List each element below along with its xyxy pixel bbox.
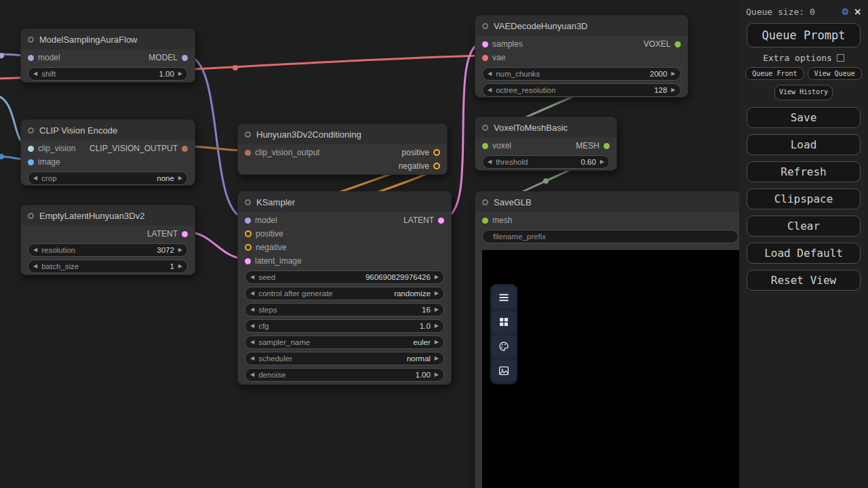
node-header[interactable]: VoxelToMeshBasic	[475, 117, 616, 138]
widget-crop[interactable]: ◀ crop none ▶	[28, 171, 188, 185]
decrement-arrow-icon[interactable]: ◀	[250, 274, 254, 280]
increment-arrow-icon[interactable]: ▶	[435, 356, 439, 361]
close-icon[interactable]: ×	[854, 5, 861, 18]
decrement-arrow-icon[interactable]: ◀	[250, 372, 254, 378]
decrement-arrow-icon[interactable]: ◀	[33, 264, 37, 269]
increment-arrow-icon[interactable]: ▶	[178, 247, 182, 253]
widget-denoise[interactable]: ◀ denoise 1.00 ▶	[245, 368, 444, 382]
increment-arrow-icon[interactable]: ▶	[178, 71, 182, 77]
input-slot-latent-image[interactable]: latent_image	[238, 254, 302, 268]
node-header[interactable]: SaveGLB	[475, 192, 745, 212]
increment-arrow-icon[interactable]: ▶	[435, 307, 439, 312]
slot-dot[interactable]	[675, 41, 681, 47]
widget-seed[interactable]: ◀ seed 960690829976426 ▶	[245, 270, 444, 284]
node-header[interactable]: ModelSamplingAuraFlow	[21, 29, 195, 49]
decrement-arrow-icon[interactable]: ◀	[33, 247, 37, 253]
input-slot-samples[interactable]: samples	[475, 37, 523, 51]
queue-prompt-button[interactable]: Queue Prompt	[747, 23, 861, 47]
slot-dot[interactable]	[182, 55, 188, 61]
slot-dot[interactable]	[182, 146, 188, 152]
decrement-arrow-icon[interactable]: ◀	[250, 340, 254, 345]
slot-dot[interactable]	[604, 143, 610, 149]
widget-steps[interactable]: ◀ steps 16 ▶	[245, 303, 444, 317]
output-slot-latent[interactable]: LATENT	[403, 214, 451, 227]
slot-dot[interactable]	[245, 150, 251, 156]
slot-dot[interactable]	[482, 218, 488, 224]
load-button[interactable]: Load	[747, 134, 861, 155]
input-slot-negative[interactable]: negative	[238, 241, 286, 254]
widget-sampler-name[interactable]: ◀ sampler_name euler ▶	[245, 336, 444, 349]
increment-arrow-icon[interactable]: ▶	[671, 71, 675, 77]
slot-dot[interactable]	[245, 230, 252, 237]
increment-arrow-icon[interactable]: ▶	[435, 340, 439, 345]
increment-arrow-icon[interactable]: ▶	[178, 264, 182, 269]
input-slot-model[interactable]: model	[21, 51, 60, 64]
clear-button[interactable]: Clear	[747, 216, 861, 237]
node-emptylatenthunyuan3dv2[interactable]: EmptyLatentHunyuan3Dv2 LATENT ◀ resoluti…	[20, 205, 195, 275]
node-saveglb[interactable]: SaveGLB mesh filename_prefix	[475, 191, 746, 488]
increment-arrow-icon[interactable]: ▶	[178, 176, 182, 181]
decrement-arrow-icon[interactable]: ◀	[488, 87, 492, 93]
decrement-arrow-icon[interactable]: ◀	[33, 71, 37, 77]
slot-dot[interactable]	[182, 231, 188, 237]
output-slot-positive[interactable]: positive	[401, 146, 447, 159]
viewer-image-button[interactable]	[492, 359, 515, 382]
slot-dot[interactable]	[482, 55, 488, 61]
slot-dot[interactable]	[245, 218, 251, 224]
input-slot-image[interactable]: image	[21, 155, 60, 169]
widget-shift[interactable]: ◀ shift 1.00 ▶	[28, 67, 188, 81]
output-slot-voxel[interactable]: VOXEL	[644, 37, 688, 51]
slot-dot[interactable]	[28, 146, 34, 152]
slot-dot[interactable]	[433, 149, 440, 156]
slot-dot[interactable]	[433, 163, 440, 169]
node-header[interactable]: KSampler	[238, 192, 451, 212]
input-slot-model[interactable]: model	[238, 214, 277, 227]
widget-num-chunks[interactable]: ◀ num_chunks 2000 ▶	[482, 67, 681, 81]
slot-dot[interactable]	[28, 159, 34, 165]
node-header[interactable]: CLIP Vision Encode	[21, 120, 195, 140]
increment-arrow-icon[interactable]: ▶	[435, 274, 439, 280]
widget-batch-size[interactable]: ◀ batch_size 1 ▶	[28, 260, 188, 273]
widget-resolution[interactable]: ◀ resolution 3072 ▶	[28, 243, 188, 257]
queue-front-button[interactable]: Queue Front	[745, 67, 804, 80]
reset-view-button[interactable]: Reset View	[747, 270, 861, 291]
node-header[interactable]: EmptyLatentHunyuan3Dv2	[21, 205, 195, 226]
graph-canvas[interactable]: ModelSamplingAuraFlow model MODEL ◀ shif…	[0, 0, 868, 488]
decrement-arrow-icon[interactable]: ◀	[488, 159, 492, 165]
node-modelsamplingauraflow[interactable]: ModelSamplingAuraFlow model MODEL ◀ shif…	[20, 28, 195, 83]
slot-dot[interactable]	[28, 55, 34, 61]
increment-arrow-icon[interactable]: ▶	[671, 87, 675, 93]
output-slot-negative[interactable]: negative	[399, 159, 447, 173]
decrement-arrow-icon[interactable]: ◀	[488, 71, 492, 77]
save-button[interactable]: Save	[747, 107, 861, 128]
clipspace-button[interactable]: Clipspace	[747, 188, 861, 209]
refresh-button[interactable]: Refresh	[747, 161, 861, 182]
view-queue-button[interactable]: View Queue	[808, 67, 862, 80]
decrement-arrow-icon[interactable]: ◀	[250, 307, 254, 312]
node-hunyuan3dv2conditioning[interactable]: Hunyuan3Dv2Conditioning clip_vision_outp…	[237, 123, 448, 175]
input-slot-voxel[interactable]: voxel	[475, 139, 511, 152]
widget-scheduler[interactable]: ◀ scheduler normal ▶	[245, 352, 444, 365]
node-ksampler[interactable]: KSampler model LATENT positive	[237, 191, 452, 385]
increment-arrow-icon[interactable]: ▶	[600, 159, 604, 165]
input-slot-clip-vision-output[interactable]: clip_vision_output	[238, 146, 319, 159]
slot-dot[interactable]	[438, 218, 444, 224]
widget-filename-prefix[interactable]: filename_prefix	[482, 230, 738, 243]
widget-cfg[interactable]: ◀ cfg 1.0 ▶	[245, 319, 444, 333]
input-slot-positive[interactable]: positive	[238, 227, 283, 241]
view-history-button[interactable]: View History	[774, 85, 833, 100]
output-slot-clip-vision-output[interactable]: CLIP_VISION_OUTPUT	[90, 142, 195, 155]
decrement-arrow-icon[interactable]: ◀	[250, 291, 254, 296]
increment-arrow-icon[interactable]: ▶	[435, 291, 439, 296]
increment-arrow-icon[interactable]: ▶	[435, 323, 439, 329]
viewer-menu-button[interactable]	[492, 286, 515, 309]
load-default-button[interactable]: Load Default	[747, 243, 861, 264]
output-slot-latent[interactable]: LATENT	[147, 227, 195, 241]
settings-gear-icon[interactable]: ⚙	[842, 6, 849, 17]
increment-arrow-icon[interactable]: ▶	[435, 372, 439, 378]
decrement-arrow-icon[interactable]: ◀	[250, 356, 254, 361]
node-voxeltomeshbasic[interactable]: VoxelToMeshBasic voxel MESH ◀ threshold …	[475, 117, 617, 171]
viewer-grid-button[interactable]	[492, 310, 515, 333]
decrement-arrow-icon[interactable]: ◀	[33, 176, 37, 181]
viewer-palette-button[interactable]	[492, 335, 515, 358]
